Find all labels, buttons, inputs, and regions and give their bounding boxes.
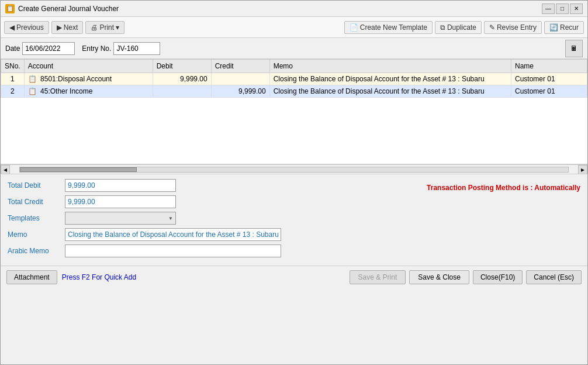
total-debit-label: Total Debit — [8, 181, 60, 190]
cell-debit-1[interactable]: 9,999.00 — [153, 73, 211, 85]
save-close-button[interactable]: Save & Close — [409, 270, 469, 284]
memo-label: Memo — [8, 230, 60, 239]
cell-memo-2[interactable]: Closing the Balance of Disposal Account … — [269, 85, 511, 98]
entry-no-label: Entry No. — [82, 44, 111, 53]
cell-debit-2[interactable] — [153, 85, 211, 98]
revise-entry-button[interactable]: ✎ Revise Entry — [484, 21, 542, 34]
print-button[interactable]: 🖨 Print ▾ — [85, 21, 124, 34]
posting-method-text: Transaction Posting Method is : Automati… — [427, 184, 580, 192]
title-bar: 📋 Create General Journal Voucher — □ ✕ — [1, 1, 587, 17]
footer: Attachment Press F2 For Quick Add Save &… — [1, 266, 587, 288]
memo-row: Memo — [8, 228, 427, 241]
calculator-button[interactable]: 🖩 — [565, 40, 583, 57]
entry-no-input[interactable] — [113, 42, 160, 55]
cancel-button[interactable]: Cancel (Esc) — [526, 270, 582, 284]
date-field: Date — [5, 42, 75, 55]
cell-account-1[interactable]: 📋 8501:Disposal Account — [24, 73, 153, 85]
main-window: 📋 Create General Journal Voucher — □ ✕ ◀… — [0, 0, 588, 365]
print-label: Print — [99, 23, 114, 32]
recur-label: Recur — [560, 23, 579, 32]
date-input[interactable] — [22, 42, 75, 55]
dropdown-arrow-icon: ▼ — [168, 216, 173, 221]
journal-table-container[interactable]: SNo. Account Debit Credit Memo Name 1 📋 … — [1, 59, 587, 164]
toolbar: ◀ Previous ▶ Next 🖨 Print ▾ 📄 Create New… — [1, 17, 587, 38]
journal-table: SNo. Account Debit Credit Memo Name 1 📋 … — [1, 59, 587, 98]
arabic-memo-input[interactable] — [65, 245, 281, 257]
footer-right: Save & Print Save & Close Close(F10) Can… — [350, 270, 582, 284]
scroll-right-button[interactable]: ▸ — [578, 165, 587, 174]
duplicate-button[interactable]: ⧉ Duplicate — [435, 21, 482, 34]
col-header-name: Name — [511, 60, 587, 73]
total-credit-row: Total Credit — [8, 195, 427, 208]
toolbar-right: 📄 Create New Template ⧉ Duplicate ✎ Revi… — [344, 21, 584, 34]
window-controls: — □ ✕ — [542, 4, 583, 14]
scroll-thumb[interactable] — [20, 167, 137, 172]
print-icon: 🖨 — [91, 23, 98, 32]
next-label: Next — [64, 23, 78, 32]
scroll-left-button[interactable]: ◂ — [1, 165, 10, 174]
next-icon: ▶ — [57, 23, 62, 32]
prev-label: Previous — [16, 23, 44, 32]
form-header: Date Entry No. 🖩 — [1, 38, 587, 59]
attachment-button[interactable]: Attachment — [6, 270, 57, 284]
duplicate-label: Duplicate — [447, 23, 476, 32]
next-button[interactable]: ▶ Next — [51, 21, 84, 34]
account-icon-1[interactable]: 📋 — [28, 75, 37, 83]
app-icon: 📋 — [5, 4, 15, 13]
entry-no-field: Entry No. — [82, 42, 160, 55]
arabic-memo-row: Arabic Memo — [8, 245, 427, 257]
create-template-label: Create New Template — [360, 23, 427, 32]
maximize-button[interactable]: □ — [556, 4, 569, 14]
revise-entry-label: Revise Entry — [497, 23, 537, 32]
templates-label: Templates — [8, 214, 60, 222]
total-credit-input[interactable] — [65, 195, 176, 208]
bottom-panel: Total Debit Total Credit Templates ▼ — [1, 174, 587, 266]
templates-row: Templates ▼ — [8, 212, 427, 225]
minimize-button[interactable]: — — [542, 4, 555, 14]
duplicate-icon: ⧉ — [440, 23, 445, 32]
date-label: Date — [5, 44, 20, 53]
print-dropdown-icon: ▾ — [116, 23, 119, 32]
templates-dropdown[interactable]: ▼ — [65, 212, 176, 225]
cell-memo-1[interactable]: Closing the Balance of Disposal Account … — [269, 73, 511, 85]
total-debit-input[interactable] — [65, 179, 176, 192]
cell-credit-2[interactable]: 9,999.00 — [211, 85, 269, 98]
quick-add-hint: Press F2 For Quick Add — [62, 273, 136, 281]
memo-input[interactable] — [65, 228, 281, 241]
cell-name-2[interactable]: Customer 01 — [511, 85, 587, 98]
col-header-account: Account — [24, 60, 153, 73]
horizontal-scrollbar[interactable]: ◂ ▸ — [1, 164, 587, 174]
cell-name-1[interactable]: Customer 01 — [511, 73, 587, 85]
col-header-memo: Memo — [269, 60, 511, 73]
table-row[interactable]: 2 📋 45:Other Income 9,999.00 Closing the… — [1, 85, 587, 98]
col-header-sno: SNo. — [1, 60, 25, 73]
recur-icon: 🔄 — [549, 23, 558, 32]
cell-sno-2: 2 — [1, 85, 25, 98]
total-credit-label: Total Credit — [8, 198, 60, 206]
title-bar-left: 📋 Create General Journal Voucher — [5, 4, 119, 13]
col-header-credit: Credit — [211, 60, 269, 73]
save-print-button[interactable]: Save & Print — [350, 270, 406, 284]
total-debit-row: Total Debit — [8, 179, 427, 192]
cell-credit-1[interactable] — [211, 73, 269, 85]
revise-icon: ✎ — [489, 23, 495, 32]
table-row[interactable]: 1 📋 8501:Disposal Account 9,999.00 Closi… — [1, 73, 587, 85]
window-title: Create General Journal Voucher — [18, 5, 119, 13]
close-window-button[interactable]: ✕ — [570, 4, 583, 14]
template-icon: 📄 — [350, 23, 358, 32]
recur-button[interactable]: 🔄 Recur — [544, 21, 584, 34]
calculator-icon: 🖩 — [570, 44, 577, 53]
cell-account-2[interactable]: 📋 45:Other Income — [24, 85, 153, 98]
prev-button[interactable]: ◀ Previous — [4, 21, 49, 34]
scroll-track[interactable] — [19, 167, 569, 173]
create-template-button[interactable]: 📄 Create New Template — [344, 21, 433, 34]
account-icon-2[interactable]: 📋 — [28, 87, 37, 95]
close-button[interactable]: Close(F10) — [473, 270, 523, 284]
col-header-debit: Debit — [153, 60, 211, 73]
prev-icon: ◀ — [9, 23, 15, 32]
arabic-memo-label: Arabic Memo — [8, 247, 60, 255]
cell-sno-1: 1 — [1, 73, 25, 85]
